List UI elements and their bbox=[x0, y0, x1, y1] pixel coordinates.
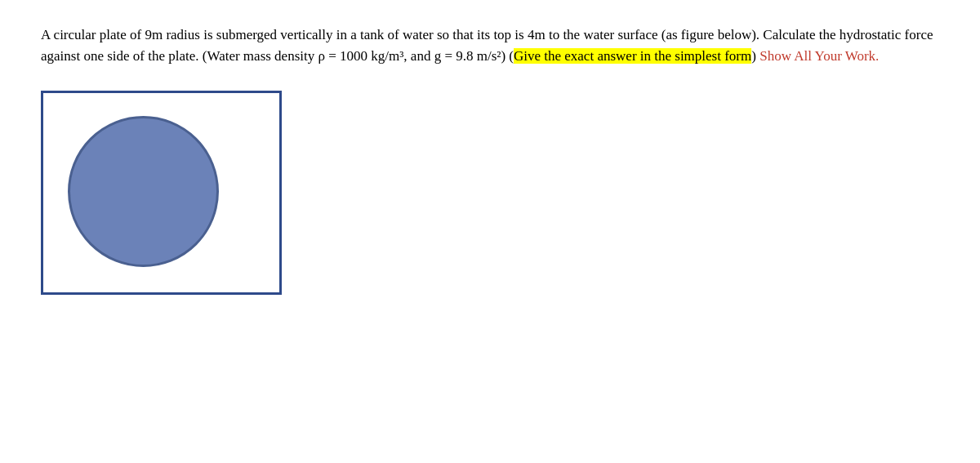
figure-area bbox=[41, 91, 939, 295]
problem-text: A circular plate of 9m radius is submerg… bbox=[41, 24, 939, 68]
page-container: A circular plate of 9m radius is submerg… bbox=[0, 0, 980, 463]
figure-box bbox=[41, 91, 282, 295]
circle-plate bbox=[68, 116, 219, 267]
show-work-label: Show All Your Work. bbox=[760, 48, 879, 64]
problem-text-after-highlight: ) bbox=[751, 48, 760, 64]
highlighted-instruction: Give the exact answer in the simplest fo… bbox=[514, 48, 751, 64]
